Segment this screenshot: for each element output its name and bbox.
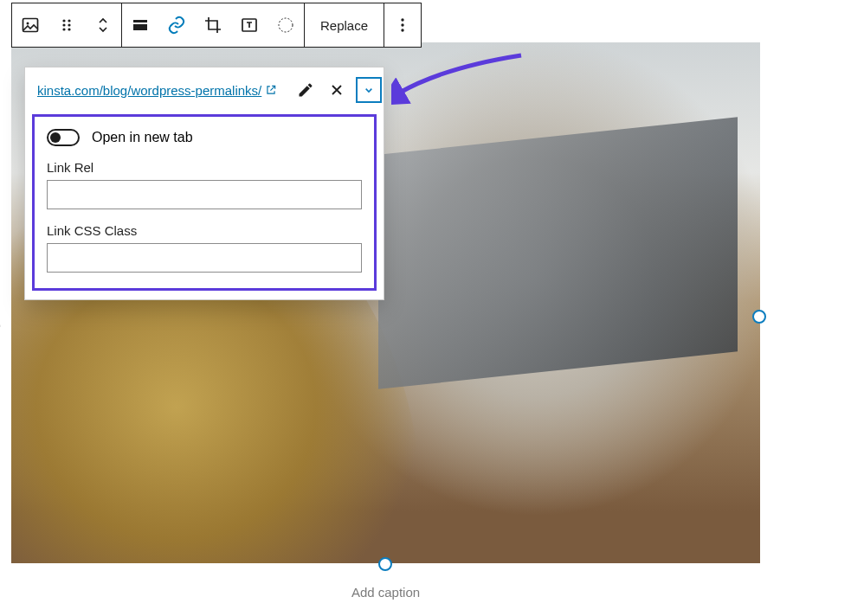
move-updown-icon[interactable] <box>85 3 121 47</box>
stray-period: . <box>0 310 2 332</box>
open-new-tab-toggle[interactable] <box>47 129 80 146</box>
link-advanced-panel: Open in new tab Link Rel Link CSS Class <box>32 114 377 291</box>
link-rel-input[interactable] <box>47 180 362 209</box>
svg-point-6 <box>62 28 65 30</box>
resize-handle-right[interactable] <box>752 310 766 324</box>
crop-icon[interactable] <box>195 3 231 47</box>
block-toolbar: Replace <box>11 3 422 48</box>
svg-point-3 <box>68 19 70 22</box>
link-url-text: kinsta.com/blog/wordpress-permalinks/ <box>37 83 261 98</box>
link-icon[interactable] <box>158 3 195 47</box>
replace-button[interactable]: Replace <box>305 3 384 47</box>
svg-point-4 <box>62 23 65 26</box>
link-css-class-label: Link CSS Class <box>47 223 362 238</box>
edit-link-button[interactable] <box>292 76 319 104</box>
svg-rect-8 <box>133 20 147 22</box>
external-link-icon <box>265 84 277 96</box>
link-url-display[interactable]: kinsta.com/blog/wordpress-permalinks/ <box>37 83 288 98</box>
chevron-down-icon <box>362 83 376 97</box>
svg-point-12 <box>401 18 403 21</box>
resize-handle-bottom[interactable] <box>378 557 392 571</box>
image-content-laptop <box>378 118 738 390</box>
pencil-icon <box>297 81 314 99</box>
link-settings-popover: kinsta.com/blog/wordpress-permalinks/ Op… <box>24 67 384 300</box>
link-settings-toggle[interactable] <box>356 77 382 103</box>
svg-point-2 <box>62 19 65 22</box>
more-options-icon[interactable] <box>384 3 421 47</box>
svg-point-13 <box>401 23 403 26</box>
svg-point-14 <box>401 29 403 31</box>
svg-point-5 <box>68 23 70 26</box>
svg-point-11 <box>279 18 293 32</box>
caption-input[interactable]: Add caption <box>11 585 760 600</box>
duotone-icon[interactable] <box>268 3 304 47</box>
drag-handle-icon[interactable] <box>48 3 85 47</box>
block-type-image-icon[interactable] <box>12 3 48 47</box>
text-overlay-icon[interactable] <box>231 3 268 47</box>
link-css-class-input[interactable] <box>47 243 362 273</box>
link-url-row: kinsta.com/blog/wordpress-permalinks/ <box>25 67 384 112</box>
svg-rect-0 <box>23 19 38 32</box>
svg-point-1 <box>27 22 29 25</box>
align-icon[interactable] <box>122 3 158 47</box>
svg-point-7 <box>68 28 70 30</box>
svg-rect-9 <box>133 24 147 30</box>
remove-link-button[interactable] <box>323 76 351 104</box>
open-new-tab-label: Open in new tab <box>92 130 193 145</box>
close-icon <box>328 81 345 99</box>
link-rel-label: Link Rel <box>47 160 362 175</box>
